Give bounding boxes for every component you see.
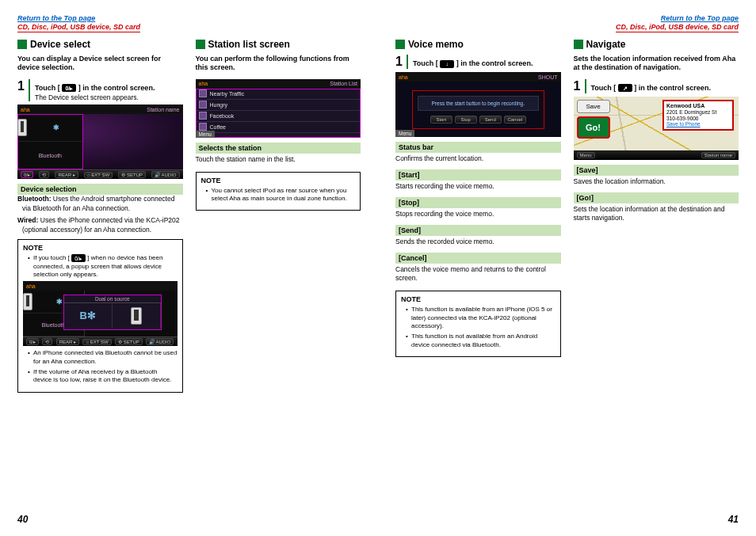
- aha-logo-icon: aha: [21, 107, 30, 112]
- station-row-label: Coffee: [210, 124, 227, 130]
- station-row-label: Hungry: [210, 102, 228, 108]
- shot-title: Station name: [147, 107, 179, 112]
- screenshot-device-popup: aha ✱ Bluetooth Dual on source: [23, 281, 178, 346]
- page-number: 41: [728, 514, 739, 525]
- band-start: [Start]: [395, 169, 561, 181]
- desc-text: Sends the recorded voice memo.: [395, 236, 561, 249]
- bluetooth-icon: ✱: [30, 124, 83, 131]
- note-item: If the volume of Aha received by a Bluet…: [28, 368, 178, 385]
- section-station-list: Station list screen You can perform the …: [196, 39, 361, 523]
- menu-tab: Menu: [577, 152, 595, 158]
- desc-text: Confirms the current location.: [395, 153, 561, 166]
- note-title: NOTE: [23, 244, 178, 252]
- return-link[interactable]: Return to the Top page: [661, 14, 739, 22]
- section-marker-icon: [196, 40, 205, 49]
- vm-start-button: Start: [430, 116, 452, 124]
- intro-text: You can display a Device select screen f…: [17, 55, 183, 73]
- screenshot-voice-memo: aha SHOUT Press the start button to begi…: [395, 72, 561, 137]
- voice-memo-message: Press the start button to begin recordin…: [418, 96, 539, 111]
- download-chip-icon: ↓: [440, 60, 454, 68]
- breadcrumb: CD, Disc, iPod, USB device, SD card: [616, 23, 739, 32]
- phone-icon: [17, 119, 27, 136]
- toolbar-rear: REAR ▸: [56, 338, 79, 345]
- step-number: 1: [395, 55, 407, 69]
- band-status-bar: Status bar: [395, 142, 561, 153]
- toolbar-setup: ⚙ SETUP: [118, 171, 146, 178]
- dest-name: Kenwood USA: [666, 103, 704, 108]
- heading-voice-memo: Voice memo: [395, 39, 561, 50]
- term-bluetooth: Bluetooth:: [17, 195, 52, 203]
- note-item: This function is not available from an A…: [406, 333, 556, 349]
- page-number: 40: [17, 514, 28, 525]
- vm-stop-button: Stop: [455, 116, 477, 124]
- screenshot-toolbar: 0/▸ ⟲ REAR ▸ ⌂ EXT SW ⚙ SETUP 🔊 AUDIO: [17, 169, 183, 179]
- toolbar-refresh: ⟲: [39, 171, 49, 178]
- step-text: Touch [: [413, 59, 438, 67]
- step-instruction: Touch [ ↓ ] in the control screen.: [413, 59, 561, 68]
- step-text: Touch [: [591, 84, 617, 92]
- bluetooth-label: Bluetooth: [38, 153, 62, 158]
- desc-text: Saves the location information.: [574, 176, 739, 189]
- step-text: ] in the control screen.: [634, 84, 711, 92]
- band-stop: [Stop]: [395, 197, 561, 208]
- step-sub: The Device select screen appears.: [35, 93, 183, 101]
- step-bar-icon: [407, 55, 408, 69]
- return-link[interactable]: Return to the Top page: [17, 14, 95, 22]
- page-header-right: Return to the Top page CD, Disc, iPod, U…: [395, 14, 739, 32]
- heading-text: Station list screen: [208, 39, 290, 50]
- screenshot-navigate: Save Go! Kenwood USA 2201 E Dominguez St…: [574, 97, 739, 160]
- phone-icon: [23, 293, 32, 310]
- band-selects-station: Selects the station: [196, 143, 361, 154]
- desc-text: Sets the location information at the des…: [574, 203, 739, 226]
- station-row-label: Nearby Traffic: [210, 91, 244, 97]
- section-navigate: Navigate Sets the location information r…: [574, 39, 739, 523]
- band-go: [Go!]: [574, 192, 739, 203]
- station-icon: [199, 101, 207, 108]
- toolbar-device-toggle: 0/▸: [21, 171, 33, 178]
- desc-text: Cancels the voice memo and returns to th…: [395, 264, 561, 286]
- station-icon: [199, 123, 207, 131]
- aha-logo-icon: aha: [399, 74, 408, 80]
- aha-logo-icon: aha: [26, 283, 36, 289]
- term-wired: Wired:: [17, 216, 38, 224]
- step-bar-icon: [585, 79, 586, 93]
- breadcrumb: CD, Disc, iPod, USB device, SD card: [17, 23, 140, 32]
- page-40: Return to the Top page CD, Disc, iPod, U…: [0, 0, 378, 536]
- note-text: If you touch [: [33, 254, 70, 261]
- device-toggle-chip-icon: 0/▸: [71, 254, 86, 262]
- section-marker-icon: [395, 40, 405, 49]
- step-bar-icon: [29, 79, 30, 102]
- step-text: ] in the control screen.: [78, 84, 155, 92]
- note-item: You cannot select iPod as rear source wh…: [206, 187, 356, 203]
- step-1: 1 Touch [ ↗ ] in the control screen.: [574, 79, 739, 93]
- popup-title: Dual on source: [64, 295, 161, 303]
- nav-go-button: Go!: [577, 116, 610, 139]
- device-toggle-chip-icon: 0/▸: [62, 84, 76, 92]
- step-number: 1: [574, 79, 585, 93]
- note-item: This function is available from an iPhon…: [406, 306, 556, 330]
- dest-phone: 310-639-9000: [666, 116, 698, 121]
- navigate-chip-icon: ↗: [618, 84, 632, 92]
- step-instruction: Touch [ 0/▸ ] in the control screen.: [35, 84, 183, 93]
- nav-save-button: Save: [577, 100, 610, 113]
- band-device-selection: Device selection: [17, 184, 183, 195]
- menu-tab: Menu: [196, 131, 215, 138]
- toolbar-audio: 🔊 AUDIO: [151, 171, 179, 178]
- section-marker-icon: [17, 40, 27, 49]
- intro-text: Sets the location information received f…: [574, 55, 739, 73]
- desc-text: Stops recording the voice memo.: [395, 208, 561, 222]
- page-header-left: Return to the Top page CD, Disc, iPod, U…: [17, 14, 361, 32]
- note-item: If you touch [ 0/▸ ] when no device has …: [28, 254, 178, 279]
- note-item: An iPhone connected via Bluetooth cannot…: [28, 349, 178, 366]
- heading-text: Voice memo: [408, 39, 464, 50]
- section-marker-icon: [574, 40, 583, 49]
- shot-title: SHOUT: [538, 74, 558, 80]
- voice-memo-panel: Press the start button to begin recordin…: [412, 90, 544, 129]
- station-icon: [199, 89, 207, 97]
- step-1: 1 Touch [ 0/▸ ] in the control screen. T…: [17, 79, 183, 102]
- bluetooth-big-icon: B✻: [79, 310, 95, 321]
- bluetooth-label: Bluetooth: [42, 322, 66, 328]
- heading-station-list: Station list screen: [196, 39, 361, 50]
- menu-tab: Menu: [395, 130, 414, 137]
- nav-station-name-slot: Station name: [701, 152, 735, 158]
